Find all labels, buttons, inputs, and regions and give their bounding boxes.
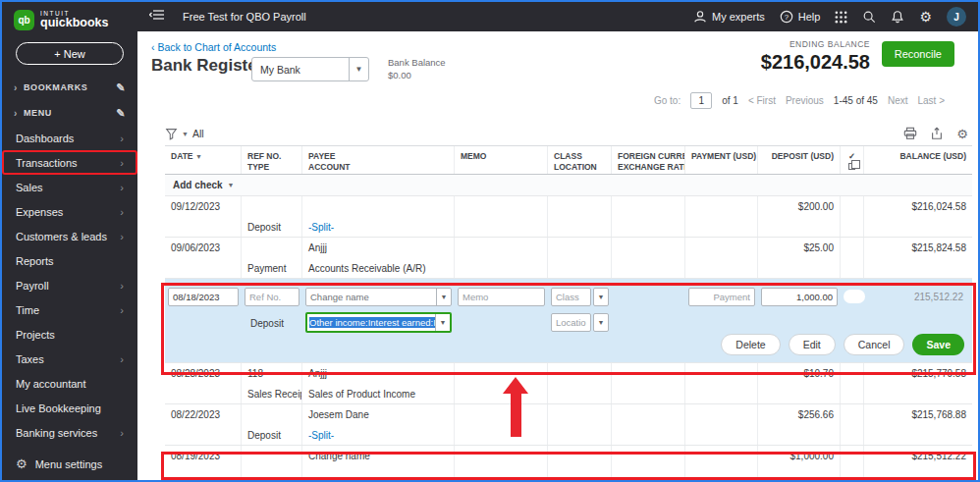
print-icon[interactable] — [903, 127, 917, 140]
copy-icon — [848, 163, 855, 170]
edit-ref-input[interactable] — [245, 288, 299, 306]
filter-label: All — [192, 128, 204, 139]
chevron-down-icon[interactable]: ▼ — [593, 313, 609, 332]
cell-payee: Change name — [302, 446, 454, 466]
edit-cleared-checkbox[interactable] — [844, 290, 865, 303]
topbar: Free Test for QBO Payroll My experts ? H… — [137, 2, 978, 31]
pencil-icon[interactable]: ✎ — [116, 107, 126, 120]
sidebar-item-reports[interactable]: Reports — [2, 248, 137, 273]
edit-date-input[interactable] — [168, 288, 239, 306]
sidebar-item-banking-services[interactable]: Banking services› — [2, 420, 137, 445]
chevron-right-icon: › — [120, 280, 124, 292]
notifications-bell-icon[interactable] — [891, 10, 904, 24]
rows-range: 1-45 of 45 — [834, 95, 878, 106]
page-of-label: of 1 — [722, 95, 738, 106]
apps-grid-icon[interactable] — [835, 11, 847, 24]
filter-dropdown[interactable]: ▼ All — [165, 128, 204, 140]
reconcile-button[interactable]: Reconcile — [882, 41, 954, 67]
table-row[interactable]: 09/12/2023 Deposit -Split- $200.00 $216,… — [165, 196, 972, 238]
edit-type-label: Deposit — [245, 318, 284, 329]
table-settings-gear-icon[interactable]: ⚙ — [956, 128, 968, 140]
table-row[interactable]: 08/19/2023 Change name $1,000.00 $215,51… — [165, 446, 972, 480]
bookmarks-section[interactable]: › BOOKMARKS ✎ — [2, 75, 137, 100]
chevron-down-icon: ▼ — [349, 58, 368, 80]
bank-account-select[interactable]: My Bank ▼ — [251, 57, 369, 81]
cancel-button[interactable]: Cancel — [844, 334, 905, 355]
sidebar-item-expenses[interactable]: Expenses› — [2, 199, 137, 224]
page-title: Bank Register — [151, 56, 263, 76]
user-avatar[interactable]: J — [947, 7, 966, 27]
last-page-link[interactable]: Last > — [917, 95, 945, 106]
sidebar-item-my-accountant[interactable]: My accountant — [2, 371, 137, 396]
ending-balance: ENDING BALANCE $216,024.58 — [761, 39, 870, 74]
chevron-down-icon: ▼ — [435, 314, 450, 331]
help-button[interactable]: ? Help — [780, 10, 821, 24]
cell-balance: $215,768.88 — [864, 404, 972, 425]
sidebar-item-customers-leads[interactable]: Customers & leads› — [2, 224, 137, 248]
register-toolbar: ▼ All ⚙ — [165, 122, 972, 145]
search-icon[interactable] — [862, 10, 876, 24]
back-to-chart-of-accounts-link[interactable]: ‹ Back to Chart of Accounts — [151, 41, 276, 53]
sidebar-item-transactions[interactable]: Transactions› — [2, 150, 137, 175]
sort-icon: ▼ — [195, 153, 202, 160]
edit-payment-input[interactable] — [688, 288, 755, 306]
pencil-icon[interactable]: ✎ — [116, 81, 126, 94]
cell-deposit: $200.00 — [758, 196, 840, 217]
main-content: ‹ Back to Chart of Accounts Bank Registe… — [137, 31, 978, 480]
edit-class-input[interactable] — [551, 288, 591, 306]
sidebar-item-dashboards[interactable]: Dashboards› — [2, 126, 137, 150]
page-number-input[interactable] — [690, 92, 712, 109]
table-row[interactable]: 08/22/2023 Deposit Joesem Dane-Split- $2… — [165, 404, 972, 446]
help-icon: ? — [780, 10, 793, 24]
cell-date: 08/19/2023 — [165, 446, 241, 466]
menu-section[interactable]: › MENU ✎ — [2, 100, 137, 126]
edit-location-input[interactable] — [551, 313, 591, 332]
chevron-down-icon: ▼ — [228, 182, 235, 188]
sidebar-item-time[interactable]: Time› — [2, 297, 137, 322]
first-page-link[interactable]: < First — [748, 95, 776, 106]
export-icon[interactable] — [930, 127, 944, 140]
edit-account-select[interactable]: Other income:Interest earned:Inte ▼ — [305, 312, 452, 333]
bookmarks-label: BOOKMARKS — [24, 82, 87, 92]
split-link[interactable]: -Split- — [302, 425, 454, 445]
delete-button[interactable]: Delete — [721, 334, 780, 355]
sidebar-item-payroll[interactable]: Payroll› — [2, 273, 137, 297]
save-button[interactable]: Save — [912, 334, 964, 355]
qb-logo-icon: qb — [14, 10, 34, 30]
previous-page-link[interactable]: Previous — [786, 95, 824, 106]
cell-date: 08/22/2023 — [165, 404, 241, 425]
edit-memo-input[interactable] — [458, 288, 545, 306]
edit-payee-select[interactable]: Change name ▼ — [305, 288, 452, 306]
gear-icon: ⚙ — [16, 457, 27, 470]
my-experts-button[interactable]: My experts — [693, 10, 765, 24]
edit-button[interactable]: Edit — [789, 334, 836, 355]
brand-quickbooks: quickbooks — [40, 17, 108, 29]
sidebar-item-taxes[interactable]: Taxes› — [2, 347, 137, 371]
header-cleared-check: ✓ — [841, 146, 864, 174]
edit-deposit-input[interactable] — [761, 288, 838, 306]
sidebar-item-projects[interactable]: Projects — [2, 322, 137, 347]
hamburger-icon[interactable] — [149, 8, 165, 26]
split-link[interactable]: -Split- — [302, 217, 454, 237]
menu-settings[interactable]: ⚙ Menu settings — [2, 457, 137, 470]
person-icon — [693, 10, 707, 24]
table-row[interactable]: 08/28/2023 118Sales Receipt AnjjjSales o… — [165, 363, 972, 404]
table-row[interactable]: 09/06/2023 Payment AnjjjAccounts Receiva… — [165, 238, 972, 279]
header-deposit: DEPOSIT (USD) — [758, 146, 841, 174]
cell-payee: Anjjj — [302, 363, 454, 384]
chevron-right-icon: › — [120, 304, 124, 316]
chevron-down-icon[interactable]: ▼ — [593, 288, 609, 306]
next-page-link[interactable]: Next — [888, 95, 908, 106]
settings-gear-icon[interactable]: ⚙ — [919, 10, 932, 24]
add-check-row[interactable]: Add check ▼ — [165, 175, 972, 196]
cell-type: Deposit — [242, 217, 301, 237]
cell-ref: 118 — [242, 363, 301, 384]
header-date[interactable]: DATE ▼ — [165, 146, 242, 174]
header-class-location: CLASSLOCATION — [548, 146, 612, 174]
sidebar-item-sales[interactable]: Sales› — [2, 175, 137, 199]
cell-type: Sales Receipt — [242, 384, 301, 403]
sidebar: qb INTUIT quickbooks + New › BOOKMARKS ✎… — [2, 2, 137, 480]
cell-balance: $215,824.58 — [864, 238, 972, 258]
new-button[interactable]: + New — [16, 42, 124, 65]
sidebar-item-live-bookkeeping[interactable]: Live Bookkeeping — [2, 396, 137, 420]
